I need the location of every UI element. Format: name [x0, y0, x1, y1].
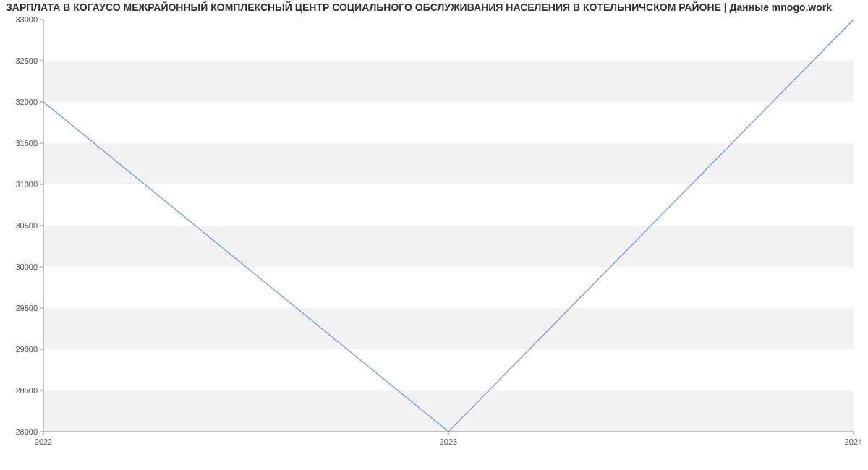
- line-chart: ЗАРПЛАТА В КОГАУСО МЕЖРАЙОННЫЙ КОМПЛЕКСН…: [0, 0, 868, 470]
- svg-rect-2: [43, 308, 854, 349]
- y-tick-label: 29000: [15, 345, 38, 354]
- chart-svg: 2800028500290002950030000305003100031500…: [7, 16, 861, 453]
- svg-rect-3: [43, 267, 854, 308]
- y-tick-label: 32000: [15, 98, 38, 106]
- y-tick-label: 30000: [15, 262, 38, 271]
- plot-area: 2800028500290002950030000305003100031500…: [7, 16, 817, 428]
- chart-title: ЗАРПЛАТА В КОГАУСО МЕЖРАЙОННЫЙ КОМПЛЕКСН…: [6, 1, 862, 13]
- y-tick-label: 31500: [15, 139, 38, 148]
- x-tick-label: 2024: [845, 437, 861, 446]
- svg-rect-7: [43, 102, 854, 143]
- svg-rect-4: [43, 226, 854, 267]
- y-tick-label: 32500: [15, 56, 38, 65]
- y-tick-label: 30500: [15, 221, 38, 230]
- svg-rect-9: [43, 20, 854, 61]
- y-tick-label: 28000: [15, 427, 38, 436]
- x-tick-label: 2023: [440, 437, 457, 446]
- svg-rect-0: [43, 390, 854, 432]
- svg-rect-1: [43, 349, 854, 390]
- x-tick-label: 2022: [35, 437, 52, 446]
- y-tick-label: 33000: [15, 16, 38, 24]
- svg-rect-6: [43, 143, 854, 184]
- svg-rect-8: [43, 61, 854, 102]
- y-tick-label: 29500: [15, 304, 38, 312]
- y-tick-label: 31000: [15, 180, 38, 189]
- svg-rect-5: [43, 184, 854, 226]
- y-tick-label: 28500: [15, 386, 38, 395]
